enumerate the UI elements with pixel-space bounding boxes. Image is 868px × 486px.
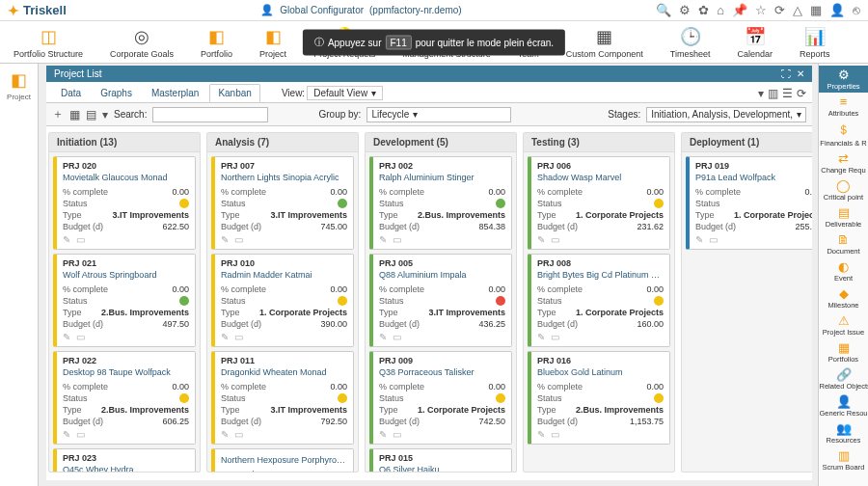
edit-icon[interactable]: ✎ <box>63 234 70 245</box>
edit-icon[interactable]: ✎ <box>379 332 387 342</box>
comment-icon[interactable]: ▭ <box>393 234 401 245</box>
kanban-column: Testing (3)PRJ 006Shadow Wasp Marvel% co… <box>523 132 675 472</box>
rail-change-requ[interactable]: ⇄Change Requ <box>819 149 868 176</box>
edit-icon[interactable]: ✎ <box>63 332 70 342</box>
kanban-card[interactable]: PRJ 008Bright Bytes Big Cd Platinum Nile… <box>528 254 670 347</box>
rail-milestone[interactable]: ◆Milestone <box>819 284 868 311</box>
refresh-icon[interactable]: ⟳ <box>797 87 806 100</box>
comment-icon[interactable]: ▭ <box>76 332 85 342</box>
comment-icon[interactable]: ▭ <box>551 234 559 245</box>
nav-reports[interactable]: 📊Reports <box>800 26 830 59</box>
nav-portfolio[interactable]: ◧Portfolio <box>201 26 232 59</box>
logo[interactable]: ✦ Triskell <box>8 3 67 18</box>
comment-icon[interactable]: ▭ <box>551 429 559 440</box>
search-icon[interactable]: 🔍 <box>656 3 671 17</box>
kanban-card[interactable]: PRJ 016Bluebox Gold Latinum% complete0.0… <box>528 351 670 445</box>
kanban-card[interactable]: PRJ 019P91a Lead Wolfpack% complete0.00S… <box>686 156 812 250</box>
star2-icon[interactable]: ☆ <box>755 3 767 17</box>
kanban-card[interactable]: PRJ 020Movietalk Glaucous Monad% complet… <box>53 156 196 250</box>
nav-portfolio-structure[interactable]: ◫Portfolio Structure <box>14 26 83 59</box>
stages-select[interactable]: Initiation, Analysis, Development, ▾ <box>646 107 806 122</box>
comment-icon[interactable]: ▭ <box>76 429 85 440</box>
edit-icon[interactable]: ✎ <box>221 234 229 245</box>
fs-pre: Appuyez sur <box>328 37 382 47</box>
kanban-card[interactable]: PRJ 022Desktop 98 Taupe Wolfpack% comple… <box>53 351 196 445</box>
comment-icon[interactable]: ▭ <box>76 234 85 245</box>
gear-icon[interactable]: ⚙ <box>679 3 691 17</box>
rail-event[interactable]: ◐Event <box>819 257 868 284</box>
nav-timesheet[interactable]: 🕒Timesheet <box>670 26 711 59</box>
edit-icon[interactable]: ✎ <box>63 429 70 440</box>
edit-icon[interactable]: ✎ <box>221 332 229 342</box>
rail-document[interactable]: 🗎Document <box>819 230 868 257</box>
rail-attributes[interactable]: ≡Attributes <box>819 93 868 120</box>
rail-related-objects[interactable]: 🔗Related Objects <box>819 365 868 392</box>
edit-icon[interactable]: ✎ <box>379 234 387 245</box>
user-icon: 👤 <box>260 4 274 16</box>
tab-masterplan[interactable]: Masterplan <box>143 84 207 102</box>
kanban-card[interactable]: PRJ 011Dragonkid Wheaten Monad% complete… <box>211 351 354 445</box>
nav-corporate-goals[interactable]: ◎Corporate Goals <box>110 26 174 59</box>
comment-icon[interactable]: ▭ <box>234 332 243 342</box>
group-select[interactable]: Lifecycle ▾ <box>366 107 511 122</box>
exit-icon[interactable]: ⎋ <box>853 3 860 17</box>
pin-icon[interactable]: 📌 <box>732 3 747 17</box>
tab-graphs[interactable]: Graphs <box>92 84 141 102</box>
kanban-card[interactable]: PRJ 006Shadow Wasp Marvel% complete0.00S… <box>528 156 670 250</box>
comment-icon[interactable]: ▭ <box>709 234 718 245</box>
kanban-card[interactable]: PRJ 009Q38 Porraceous Talisker% complete… <box>369 351 512 445</box>
rail-deliverable[interactable]: ▤Deliverable <box>819 203 868 230</box>
kanban-card[interactable]: PRJ 023Q45c Whey Hydra% complete0.00Stat… <box>53 448 196 472</box>
maximize-icon[interactable]: ⛶ <box>781 68 791 79</box>
nav-custom-component[interactable]: ▦Custom Component <box>566 26 643 59</box>
comment-icon[interactable]: ▭ <box>393 429 401 440</box>
chevron-down-icon[interactable]: ▾ <box>758 87 764 100</box>
kanban-card[interactable]: PRJ 015Q6 Silver Haiku% complete0.00Stat… <box>369 448 512 472</box>
rail-scrum-board[interactable]: ▥Scrum Board <box>819 446 868 473</box>
rail-critical-point[interactable]: ◯Critical point <box>819 176 868 203</box>
project-icon[interactable]: ◧ <box>11 69 27 91</box>
search-input[interactable] <box>152 107 268 122</box>
rail-resources[interactable]: 👥Resources <box>819 419 868 446</box>
nav-icon: ◎ <box>134 26 149 47</box>
comment-icon[interactable]: ▭ <box>234 234 243 245</box>
columns-icon[interactable]: ▥ <box>768 87 778 100</box>
edit-icon[interactable]: ✎ <box>537 234 545 245</box>
kanban-card[interactable]: PRJ 021Wolf Atrous Springboard% complete… <box>53 254 196 347</box>
close-icon[interactable]: ✕ <box>797 68 804 79</box>
alert-icon[interactable]: △ <box>793 3 802 17</box>
more-icon[interactable]: ▾ <box>102 108 108 122</box>
clock-icon[interactable]: ⟳ <box>774 3 785 17</box>
grid2-icon[interactable]: ▤ <box>86 108 96 122</box>
star-icon[interactable]: ✿ <box>698 3 709 17</box>
tab-kanban[interactable]: Kanban <box>209 84 259 102</box>
list-icon[interactable]: ☰ <box>782 87 793 100</box>
grid-icon[interactable]: ▦ <box>810 3 822 17</box>
comment-icon[interactable]: ▭ <box>393 332 401 342</box>
rail-financials-&-r[interactable]: ＄Financials & R <box>819 120 868 149</box>
rail-properties[interactable]: ⚙Properties <box>819 66 868 93</box>
kanban-card[interactable]: Northern Hexposure Porphyrous Tensor% co… <box>211 448 354 472</box>
edit-icon[interactable]: ✎ <box>537 332 545 342</box>
kanban-card[interactable]: PRJ 005Q88 Aluminium Impala% complete0.0… <box>369 254 512 347</box>
comment-icon[interactable]: ▭ <box>234 429 243 440</box>
nav-project[interactable]: ◧Project <box>259 26 286 59</box>
comment-icon[interactable]: ▭ <box>551 332 559 342</box>
edit-icon[interactable]: ✎ <box>537 429 545 440</box>
rail-project-issue[interactable]: ⚠Project Issue <box>819 311 868 338</box>
add-icon[interactable]: ＋ <box>52 106 64 122</box>
kanban-card[interactable]: PRJ 007Northern Lights Sinopia Acrylic% … <box>211 156 354 250</box>
edit-icon[interactable]: ✎ <box>379 429 387 440</box>
grid-icon[interactable]: ▦ <box>69 108 80 122</box>
home-icon[interactable]: ⌂ <box>717 3 724 17</box>
rail-portfolios[interactable]: ▦Portfolios <box>819 338 868 365</box>
user2-icon[interactable]: 👤 <box>829 3 845 17</box>
edit-icon[interactable]: ✎ <box>221 429 229 440</box>
edit-icon[interactable]: ✎ <box>695 234 703 245</box>
kanban-card[interactable]: PRJ 002Ralph Aluminium Stinger% complete… <box>369 156 512 250</box>
kanban-card[interactable]: PRJ 010Radmin Madder Katmai% complete0.0… <box>211 254 354 347</box>
view-select[interactable]: Default View ▾ <box>307 86 383 100</box>
tab-data[interactable]: Data <box>52 84 90 102</box>
nav-calendar[interactable]: 📅Calendar <box>737 26 773 59</box>
rail-generic-resou[interactable]: 👤Generic Resou <box>819 392 868 419</box>
